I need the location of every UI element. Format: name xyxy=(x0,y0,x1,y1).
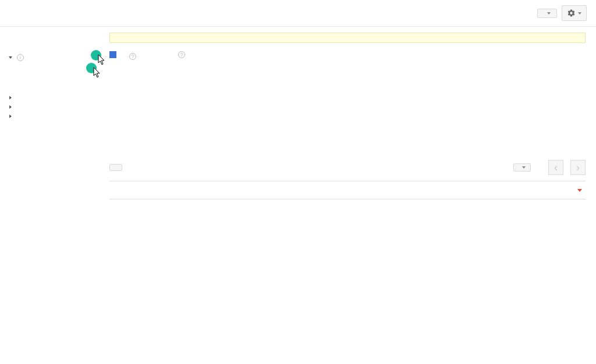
chevron-down-icon xyxy=(547,12,551,15)
help-icon[interactable]: ? xyxy=(129,53,136,60)
stat-items: ? xyxy=(109,51,136,61)
download-button[interactable] xyxy=(109,164,122,171)
col-pages[interactable] xyxy=(319,181,414,199)
chevron-right-icon xyxy=(9,105,12,109)
chevron-down-icon xyxy=(9,56,12,59)
stat-errors: ? xyxy=(171,51,185,61)
chart-svg xyxy=(109,67,586,131)
chevron-down-icon xyxy=(578,12,581,15)
sidebar-item-other-resources[interactable] xyxy=(9,134,107,140)
sidebar-item-data-highlighter[interactable] xyxy=(19,76,107,81)
sidebar-item-structured-data[interactable] xyxy=(19,64,107,70)
help-button[interactable] xyxy=(537,9,557,18)
sidebar-group-search-appearance[interactable]: i xyxy=(9,51,107,64)
sidebar-item-security-issues[interactable] xyxy=(9,124,107,130)
prev-page-button[interactable]: ‹ xyxy=(548,160,563,175)
main-content: ? ? xyxy=(107,27,596,199)
sidebar-item-html-improvements[interactable] xyxy=(19,81,107,87)
sidebar-group-google-index[interactable] xyxy=(9,102,107,112)
table-controls: ‹ › xyxy=(109,160,586,175)
col-items-with-errors[interactable] xyxy=(509,181,586,199)
stats-row: ? ? xyxy=(109,51,586,61)
structured-data-table xyxy=(109,181,586,199)
sidebar-item-amp[interactable] xyxy=(19,87,107,93)
sidebar-item-messages[interactable] xyxy=(9,41,107,47)
col-items[interactable] xyxy=(414,181,510,199)
col-source[interactable] xyxy=(214,181,319,199)
notice-banner xyxy=(109,33,586,43)
settings-button[interactable] xyxy=(562,5,587,21)
gear-icon xyxy=(567,9,576,17)
chart-x-axis xyxy=(109,133,586,148)
sidebar-item-dashboard[interactable] xyxy=(9,35,107,41)
info-icon[interactable]: i xyxy=(17,54,24,61)
chevron-down-icon xyxy=(522,166,526,169)
next-page-button[interactable]: › xyxy=(570,160,586,175)
rows-select[interactable] xyxy=(513,163,531,172)
sidebar-group-search-traffic[interactable] xyxy=(9,93,107,102)
chevron-right-icon xyxy=(9,96,12,99)
series-swatch xyxy=(109,51,116,58)
sidebar-group-crawl[interactable] xyxy=(9,112,107,121)
chevron-right-icon xyxy=(9,115,12,118)
col-data-type[interactable] xyxy=(109,181,214,199)
sort-desc-icon xyxy=(577,189,582,192)
sidebar-item-rich-cards[interactable] xyxy=(19,70,107,76)
chart xyxy=(109,67,586,154)
sidebar: i xyxy=(0,27,107,199)
help-icon[interactable]: ? xyxy=(178,51,185,58)
